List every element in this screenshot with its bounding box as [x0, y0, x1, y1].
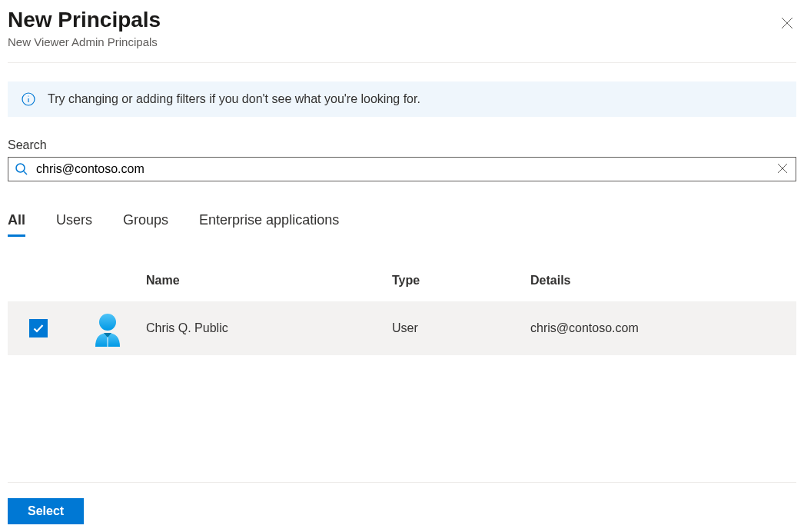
- column-details: Details: [530, 274, 796, 288]
- row-name: Chris Q. Public: [146, 321, 392, 335]
- table-header: Name Type Details: [8, 268, 796, 301]
- info-icon: [22, 92, 35, 106]
- column-name: Name: [146, 274, 392, 288]
- row-checkbox[interactable]: [29, 319, 48, 337]
- search-icon: [15, 162, 28, 176]
- close-button[interactable]: [778, 14, 796, 35]
- clear-search-button[interactable]: [776, 161, 789, 178]
- user-avatar-icon: [89, 310, 126, 347]
- tab-enterprise-applications[interactable]: Enterprise applications: [199, 212, 339, 237]
- tab-users[interactable]: Users: [56, 212, 92, 237]
- svg-point-4: [28, 95, 28, 96]
- tab-all[interactable]: All: [8, 212, 25, 237]
- close-icon: [781, 17, 793, 29]
- close-icon: [777, 163, 788, 174]
- svg-point-5: [16, 164, 25, 172]
- search-input[interactable]: [36, 162, 776, 176]
- search-label: Search: [8, 138, 796, 152]
- check-icon: [32, 322, 45, 334]
- search-box[interactable]: [8, 157, 796, 181]
- panel-header: New Principals New Viewer Admin Principa…: [8, 8, 796, 63]
- tabs: All Users Groups Enterprise applications: [8, 212, 796, 237]
- column-type: Type: [392, 274, 530, 288]
- row-type: User: [392, 321, 530, 335]
- row-details: chris@contoso.com: [530, 321, 796, 335]
- info-banner: Try changing or adding filters if you do…: [8, 81, 796, 117]
- svg-line-6: [24, 171, 27, 175]
- results-table: Name Type Details: [8, 268, 796, 355]
- page-title: New Principals: [8, 8, 778, 32]
- info-banner-text: Try changing or adding filters if you do…: [48, 92, 420, 106]
- tab-groups[interactable]: Groups: [123, 212, 168, 237]
- table-row[interactable]: Chris Q. Public User chris@contoso.com: [8, 301, 796, 355]
- page-subtitle: New Viewer Admin Principals: [8, 35, 778, 48]
- svg-point-9: [99, 314, 116, 331]
